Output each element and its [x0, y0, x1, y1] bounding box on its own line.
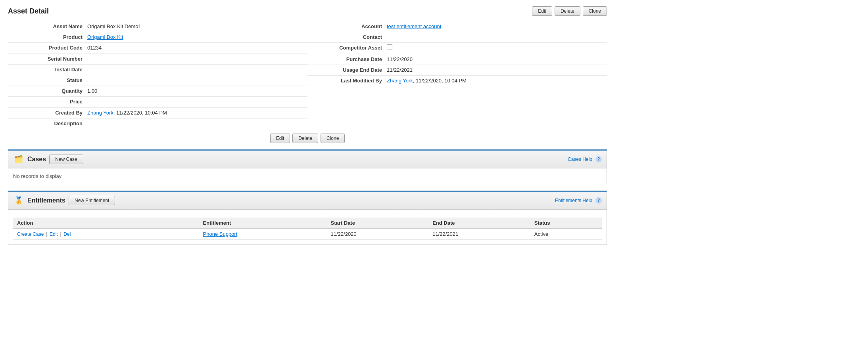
- product-code-value: 01234: [87, 44, 307, 52]
- bottom-toolbar: Edit Delete Clone: [8, 134, 607, 143]
- clone-button-bottom[interactable]: Clone: [321, 134, 345, 143]
- new-entitlement-button[interactable]: New Entitlement: [69, 196, 115, 205]
- asset-fields: Asset Name Origami Box Kit Demo1 Product…: [8, 21, 607, 129]
- cases-header-right: Cases Help ?: [568, 156, 602, 162]
- del-entitlement-link[interactable]: Del: [63, 231, 71, 237]
- competitor-asset-label: Competitor Asset: [307, 44, 387, 52]
- edit-button-top[interactable]: Edit: [532, 6, 552, 16]
- table-row: Create Case | Edit | Del Phone Support 1…: [13, 228, 602, 239]
- contact-label: Contact: [307, 34, 387, 41]
- fields-left: Asset Name Origami Box Kit Demo1 Product…: [8, 21, 307, 129]
- description-label: Description: [8, 120, 87, 127]
- cases-no-records: No records to display: [13, 173, 61, 179]
- action-separator-2: |: [60, 231, 63, 237]
- competitor-asset-value: [387, 44, 607, 52]
- product-code-field: Product Code 01234: [8, 43, 307, 53]
- row-start-date-cell: 11/22/2020: [327, 228, 429, 239]
- serial-number-field: Serial Number: [8, 54, 307, 65]
- cases-section-header: 🗂️ Cases New Case Cases Help ?: [8, 151, 607, 168]
- asset-name-value: Origami Box Kit Demo1: [87, 23, 307, 30]
- row-status-cell: Active: [530, 228, 602, 239]
- account-field: Account test entitlement account: [307, 21, 607, 32]
- usage-end-date-label: Usage End Date: [307, 67, 387, 74]
- install-date-field: Install Date: [8, 65, 307, 75]
- cases-icon: 🗂️: [13, 154, 24, 165]
- last-modified-by-value: Zhang York, 11/22/2020, 10:04 PM: [387, 77, 607, 84]
- delete-button-top[interactable]: Delete: [555, 6, 580, 16]
- contact-field: Contact: [307, 32, 607, 43]
- cases-section-body: No records to display: [8, 168, 607, 184]
- account-link[interactable]: test entitlement account: [387, 23, 441, 29]
- product-field: Product Origami Box Kit: [8, 32, 307, 43]
- entitlement-link[interactable]: Phone Support: [203, 231, 238, 237]
- quantity-label: Quantity: [8, 88, 87, 95]
- product-label: Product: [8, 34, 87, 41]
- row-entitlement-cell: Phone Support: [199, 228, 327, 239]
- new-case-button[interactable]: New Case: [49, 155, 83, 164]
- purchase-date-value: 11/22/2020: [387, 56, 607, 63]
- created-by-label: Created By: [8, 109, 87, 117]
- col-end-date: End Date: [428, 218, 530, 229]
- clone-button-top[interactable]: Clone: [583, 6, 607, 16]
- entitlements-header-right: Entitlements Help ?: [555, 197, 602, 204]
- header-toolbar: Edit Delete Clone: [532, 6, 607, 16]
- last-modified-by-field: Last Modified By Zhang York, 11/22/2020,…: [307, 76, 607, 86]
- col-entitlement: Entitlement: [199, 218, 327, 229]
- cases-section: 🗂️ Cases New Case Cases Help ? No record…: [8, 149, 607, 184]
- created-by-link[interactable]: Zhang York: [87, 110, 113, 116]
- col-action: Action: [13, 218, 199, 229]
- entitlements-help-link[interactable]: Entitlements Help: [555, 198, 592, 203]
- created-by-field: Created By Zhang York, 11/22/2020, 10:04…: [8, 108, 307, 118]
- product-value: Origami Box Kit: [87, 34, 307, 41]
- entitlements-section-header: 🥇 Entitlements New Entitlement Entitleme…: [8, 192, 607, 210]
- usage-end-date-value: 11/22/2021: [387, 67, 607, 74]
- cases-help-link[interactable]: Cases Help: [568, 157, 592, 162]
- asset-name-field: Asset Name Origami Box Kit Demo1: [8, 21, 307, 32]
- install-date-label: Install Date: [8, 66, 87, 73]
- cases-title: Cases: [27, 156, 46, 163]
- entitlements-section: 🥇 Entitlements New Entitlement Entitleme…: [8, 191, 607, 245]
- status-field: Status: [8, 75, 307, 86]
- last-modified-by-link[interactable]: Zhang York: [387, 78, 413, 84]
- account-value: test entitlement account: [387, 23, 607, 30]
- action-links: Create Case | Edit | Del: [17, 231, 71, 237]
- cases-help-icon[interactable]: ?: [595, 156, 602, 162]
- quantity-value: 1.00: [87, 88, 307, 95]
- col-start-date: Start Date: [327, 218, 429, 229]
- product-link[interactable]: Origami Box Kit: [87, 34, 123, 40]
- edit-entitlement-link[interactable]: Edit: [50, 231, 58, 237]
- row-action-cell: Create Case | Edit | Del: [13, 228, 199, 239]
- competitor-asset-field: Competitor Asset: [307, 43, 607, 54]
- row-end-date-cell: 11/22/2021: [428, 228, 530, 239]
- col-status: Status: [530, 218, 602, 229]
- account-label: Account: [307, 23, 387, 30]
- description-field: Description: [8, 118, 307, 129]
- entitlements-table-header-row: Action Entitlement Start Date End Date S…: [13, 218, 602, 229]
- delete-button-bottom[interactable]: Delete: [292, 134, 318, 143]
- price-field: Price: [8, 97, 307, 107]
- action-separator-1: |: [46, 231, 49, 237]
- purchase-date-label: Purchase Date: [307, 56, 387, 63]
- created-by-value: Zhang York, 11/22/2020, 10:04 PM: [87, 109, 307, 117]
- entitlements-section-body: Action Entitlement Start Date End Date S…: [8, 210, 607, 245]
- entitlements-header-left: 🥇 Entitlements New Entitlement: [13, 195, 115, 206]
- page-title: Asset Detail: [8, 7, 49, 15]
- cases-header-left: 🗂️ Cases New Case: [13, 154, 83, 165]
- product-code-label: Product Code: [8, 44, 87, 52]
- last-modified-by-label: Last Modified By: [307, 77, 387, 84]
- entitlements-table: Action Entitlement Start Date End Date S…: [13, 218, 602, 240]
- fields-right: Account test entitlement account Contact…: [307, 21, 607, 129]
- entitlements-title: Entitlements: [27, 197, 65, 204]
- serial-number-label: Serial Number: [8, 55, 87, 63]
- price-label: Price: [8, 98, 87, 105]
- status-label: Status: [8, 77, 87, 84]
- competitor-asset-checkbox: [387, 44, 392, 50]
- usage-end-date-field: Usage End Date 11/22/2021: [307, 65, 607, 76]
- edit-button-bottom[interactable]: Edit: [270, 134, 290, 143]
- purchase-date-field: Purchase Date 11/22/2020: [307, 54, 607, 65]
- entitlements-icon: 🥇: [13, 195, 24, 206]
- asset-name-label: Asset Name: [8, 23, 87, 30]
- quantity-field: Quantity 1.00: [8, 86, 307, 97]
- entitlements-help-icon[interactable]: ?: [595, 197, 602, 204]
- create-case-link[interactable]: Create Case: [17, 231, 44, 237]
